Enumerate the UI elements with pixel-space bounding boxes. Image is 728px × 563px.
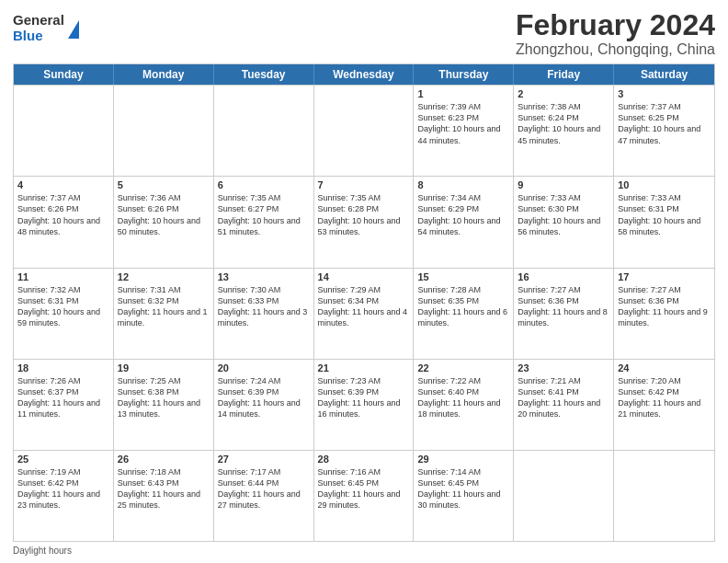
cal-cell: 28Sunrise: 7:16 AMSunset: 6:45 PMDayligh…	[314, 451, 415, 541]
calendar-header: SundayMondayTuesdayWednesdayThursdayFrid…	[14, 64, 714, 85]
cal-cell	[314, 86, 415, 176]
cal-cell: 9Sunrise: 7:33 AMSunset: 6:30 PMDaylight…	[514, 177, 614, 267]
cell-info: Sunrise: 7:19 AMSunset: 6:42 PMDaylight:…	[17, 466, 109, 511]
cell-day-number: 12	[118, 271, 210, 282]
cal-cell: 18Sunrise: 7:26 AMSunset: 6:37 PMDayligh…	[14, 360, 114, 450]
logo: General Blue	[13, 13, 79, 43]
cell-info: Sunrise: 7:27 AMSunset: 6:36 PMDaylight:…	[518, 284, 609, 329]
cell-info: Sunrise: 7:27 AMSunset: 6:36 PMDaylight:…	[618, 284, 711, 329]
cal-week-1: 1Sunrise: 7:39 AMSunset: 6:23 PMDaylight…	[14, 85, 714, 176]
cal-cell	[514, 451, 614, 541]
cell-info: Sunrise: 7:25 AMSunset: 6:38 PMDaylight:…	[118, 375, 210, 420]
cell-day-number: 16	[518, 271, 609, 282]
logo-general: General	[13, 13, 64, 29]
cell-day-number: 22	[417, 362, 509, 373]
cal-cell: 21Sunrise: 7:23 AMSunset: 6:39 PMDayligh…	[314, 360, 415, 450]
logo-text: General Blue	[13, 13, 64, 43]
cell-day-number: 25	[17, 454, 109, 465]
cal-cell: 25Sunrise: 7:19 AMSunset: 6:42 PMDayligh…	[14, 451, 114, 541]
cell-day-number: 28	[318, 454, 410, 465]
cell-info: Sunrise: 7:32 AMSunset: 6:31 PMDaylight:…	[17, 284, 109, 329]
footer: Daylight hours	[13, 546, 715, 556]
cell-day-number: 29	[417, 454, 509, 465]
cal-header-day-saturday: Saturday	[614, 64, 714, 85]
cell-info: Sunrise: 7:23 AMSunset: 6:39 PMDaylight:…	[318, 375, 410, 420]
cal-cell	[14, 86, 114, 176]
cell-info: Sunrise: 7:14 AMSunset: 6:45 PMDaylight:…	[417, 466, 509, 511]
cal-cell: 16Sunrise: 7:27 AMSunset: 6:36 PMDayligh…	[514, 269, 614, 359]
cell-info: Sunrise: 7:30 AMSunset: 6:33 PMDaylight:…	[218, 284, 310, 329]
cell-day-number: 21	[318, 362, 410, 373]
cell-info: Sunrise: 7:20 AMSunset: 6:42 PMDaylight:…	[618, 375, 711, 420]
header: General Blue February 2024 Zhongzhou, Ch…	[13, 9, 715, 58]
cell-info: Sunrise: 7:24 AMSunset: 6:39 PMDaylight:…	[218, 375, 310, 420]
page: General Blue February 2024 Zhongzhou, Ch…	[0, 0, 728, 563]
calendar-subtitle: Zhongzhou, Chongqing, China	[516, 41, 715, 58]
cell-info: Sunrise: 7:29 AMSunset: 6:34 PMDaylight:…	[318, 284, 410, 329]
cal-cell	[214, 86, 314, 176]
cal-week-3: 11Sunrise: 7:32 AMSunset: 6:31 PMDayligh…	[14, 268, 714, 359]
cell-info: Sunrise: 7:31 AMSunset: 6:32 PMDaylight:…	[118, 284, 210, 329]
cal-header-day-thursday: Thursday	[414, 64, 514, 85]
cell-day-number: 17	[618, 271, 711, 282]
cal-cell: 12Sunrise: 7:31 AMSunset: 6:32 PMDayligh…	[114, 269, 214, 359]
cal-week-2: 4Sunrise: 7:37 AMSunset: 6:26 PMDaylight…	[14, 176, 714, 267]
logo-triangle-icon	[68, 20, 79, 39]
cal-cell: 5Sunrise: 7:36 AMSunset: 6:26 PMDaylight…	[114, 177, 214, 267]
cell-day-number: 4	[17, 179, 109, 190]
cal-cell: 10Sunrise: 7:33 AMSunset: 6:31 PMDayligh…	[614, 177, 714, 267]
cal-cell	[614, 451, 714, 541]
cell-day-number: 15	[417, 271, 509, 282]
cal-cell: 7Sunrise: 7:35 AMSunset: 6:28 PMDaylight…	[314, 177, 415, 267]
cell-info: Sunrise: 7:35 AMSunset: 6:28 PMDaylight:…	[318, 192, 410, 237]
cell-day-number: 13	[218, 271, 310, 282]
cell-day-number: 14	[318, 271, 410, 282]
cell-info: Sunrise: 7:36 AMSunset: 6:26 PMDaylight:…	[118, 192, 210, 237]
cal-cell: 19Sunrise: 7:25 AMSunset: 6:38 PMDayligh…	[114, 360, 214, 450]
cal-cell: 1Sunrise: 7:39 AMSunset: 6:23 PMDaylight…	[414, 86, 514, 176]
cell-info: Sunrise: 7:16 AMSunset: 6:45 PMDaylight:…	[318, 466, 410, 511]
cal-cell: 8Sunrise: 7:34 AMSunset: 6:29 PMDaylight…	[414, 177, 514, 267]
cell-day-number: 18	[17, 362, 109, 373]
cell-info: Sunrise: 7:22 AMSunset: 6:40 PMDaylight:…	[417, 375, 509, 420]
cell-info: Sunrise: 7:28 AMSunset: 6:35 PMDaylight:…	[417, 284, 509, 329]
cell-day-number: 3	[618, 88, 711, 99]
cell-day-number: 6	[218, 179, 310, 190]
cal-cell: 26Sunrise: 7:18 AMSunset: 6:43 PMDayligh…	[114, 451, 214, 541]
calendar-title: February 2024	[516, 9, 715, 41]
cell-day-number: 10	[618, 179, 711, 190]
cal-cell: 4Sunrise: 7:37 AMSunset: 6:26 PMDaylight…	[14, 177, 114, 267]
cell-day-number: 8	[417, 179, 509, 190]
cell-day-number: 2	[518, 88, 609, 99]
cal-cell: 29Sunrise: 7:14 AMSunset: 6:45 PMDayligh…	[414, 451, 514, 541]
cal-cell: 17Sunrise: 7:27 AMSunset: 6:36 PMDayligh…	[614, 269, 714, 359]
cell-day-number: 5	[118, 179, 210, 190]
cell-day-number: 7	[318, 179, 410, 190]
cell-day-number: 1	[417, 88, 509, 99]
cell-info: Sunrise: 7:17 AMSunset: 6:44 PMDaylight:…	[218, 466, 310, 511]
cell-info: Sunrise: 7:18 AMSunset: 6:43 PMDaylight:…	[118, 466, 210, 511]
calendar-body: 1Sunrise: 7:39 AMSunset: 6:23 PMDaylight…	[14, 85, 714, 541]
cell-info: Sunrise: 7:35 AMSunset: 6:27 PMDaylight:…	[218, 192, 310, 237]
cell-info: Sunrise: 7:21 AMSunset: 6:41 PMDaylight:…	[518, 375, 609, 420]
cal-cell: 3Sunrise: 7:37 AMSunset: 6:25 PMDaylight…	[614, 86, 714, 176]
cal-week-4: 18Sunrise: 7:26 AMSunset: 6:37 PMDayligh…	[14, 359, 714, 450]
cal-header-day-monday: Monday	[114, 64, 214, 85]
cal-cell: 22Sunrise: 7:22 AMSunset: 6:40 PMDayligh…	[414, 360, 514, 450]
cal-header-day-wednesday: Wednesday	[314, 64, 415, 85]
cell-info: Sunrise: 7:34 AMSunset: 6:29 PMDaylight:…	[417, 192, 509, 237]
cal-cell: 23Sunrise: 7:21 AMSunset: 6:41 PMDayligh…	[514, 360, 614, 450]
cal-header-day-friday: Friday	[514, 64, 614, 85]
cell-info: Sunrise: 7:33 AMSunset: 6:30 PMDaylight:…	[518, 192, 609, 237]
cal-cell: 14Sunrise: 7:29 AMSunset: 6:34 PMDayligh…	[314, 269, 415, 359]
cal-cell: 11Sunrise: 7:32 AMSunset: 6:31 PMDayligh…	[14, 269, 114, 359]
cell-day-number: 20	[218, 362, 310, 373]
cal-header-day-tuesday: Tuesday	[214, 64, 314, 85]
cell-day-number: 26	[118, 454, 210, 465]
cal-cell	[114, 86, 214, 176]
cell-info: Sunrise: 7:37 AMSunset: 6:25 PMDaylight:…	[618, 101, 711, 146]
footer-text: Daylight hours	[13, 546, 72, 556]
cal-cell: 15Sunrise: 7:28 AMSunset: 6:35 PMDayligh…	[414, 269, 514, 359]
cal-cell: 20Sunrise: 7:24 AMSunset: 6:39 PMDayligh…	[214, 360, 314, 450]
cell-day-number: 11	[17, 271, 109, 282]
